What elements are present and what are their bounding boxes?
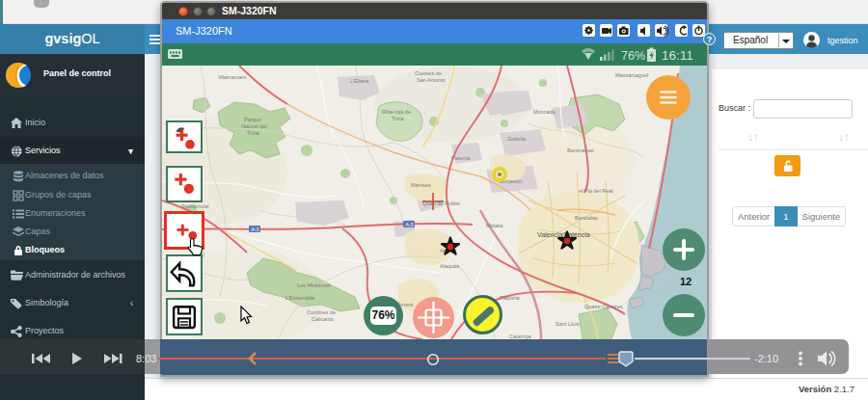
svg-text:76%: 76% [621,49,645,63]
svg-text:Calicanto: Calicanto [312,316,334,322]
svg-text:Parque: Parque [244,117,261,122]
svg-text:Alaquàs: Alaquàs [440,263,459,269]
svg-text:L'Eliana: L'Eliana [350,78,369,84]
svg-text:Quatre Carreres: Quatre Carreres [584,304,623,309]
svg-text:San Antonio: San Antonio [417,77,446,83]
svg-text:L'Esmeralda: L'Esmeralda [285,295,315,301]
svg-text:16:11: 16:11 [662,48,693,63]
svg-text:-2:10: -2:10 [754,353,778,364]
svg-text:8:03: 8:03 [136,353,156,364]
svg-text:Natural del: Natural del [241,123,267,129]
svg-text:Vilamarxant: Vilamarxant [218,74,246,80]
svg-text:Cumbres de: Cumbres de [307,309,336,315]
svg-text:Benicalap: Benicalap [575,215,598,221]
svg-text:Túria: Túria [247,130,259,136]
svg-text:Paiporta: Paiporta [500,295,520,301]
svg-text:Moncada: Moncada [533,109,556,115]
svg-text:A-3: A-3 [406,222,414,227]
svg-text:Los Miradores: Los Miradores [297,282,331,288]
svg-text:Riba-roja de: Riba-roja de [382,109,411,115]
svg-text:Manises: Manises [411,182,431,188]
svg-text:Mislata: Mislata [486,223,503,228]
svg-text:Benimàmet: Benimàmet [567,147,594,153]
svg-text:Massamagrell: Massamagrell [615,72,648,78]
svg-text:Paterna: Paterna [451,155,471,161]
svg-text:Valencia/València: Valencia/València [537,231,590,238]
svg-text:Sant Lluís: Sant Lluís [556,321,580,327]
svg-text:Godella: Godella [507,136,527,142]
svg-text:Cuestes de: Cuestes de [415,70,442,76]
svg-text:A-3: A-3 [252,227,259,232]
svg-text:Túria: Túria [392,116,404,121]
svg-text:el Pla del Real: el Pla del Real [579,188,612,194]
